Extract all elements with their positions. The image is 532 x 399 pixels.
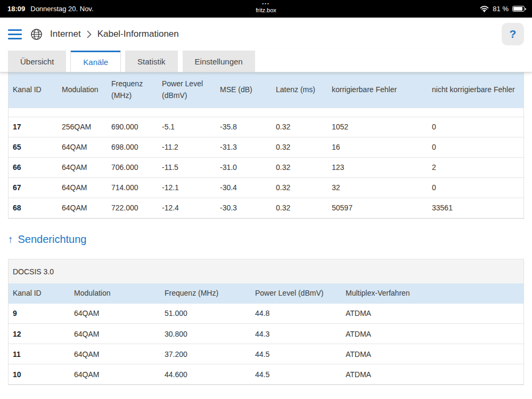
table-cell: 64QAM <box>70 304 160 324</box>
senderichtung-heading: ↑ Senderichtung <box>8 233 524 246</box>
table-row: 6664QAM706.000-11.5-31.00.321232 <box>9 157 523 177</box>
table-cell: 0.32 <box>272 157 328 177</box>
table-cell: -5.1 <box>158 117 216 137</box>
table-cell: 64QAM <box>58 157 107 177</box>
column-header: Multiplex-Verfahren <box>341 283 523 304</box>
partially-scrolled-row <box>9 108 523 117</box>
upstream-table-wrap: DOCSIS 3.0 Kanal IDModulationFrequenz (M… <box>8 259 524 386</box>
table-cell: -31.3 <box>216 137 272 157</box>
table-cell: 68 <box>9 198 58 218</box>
help-button[interactable]: ? <box>502 23 524 45</box>
battery-icon <box>512 6 525 12</box>
table-cell: 722.000 <box>107 198 158 218</box>
page-title: Kabel-Informationen <box>97 29 179 39</box>
header-row: Kanal IDModulationFrequenz (MHz)Power Le… <box>9 283 523 304</box>
table-cell: 2 <box>428 157 523 177</box>
breadcrumb: Internet Kabel-Informationen <box>50 29 179 39</box>
column-header: Power Level (dBmV) <box>158 72 216 108</box>
status-right: 81 % <box>480 5 525 13</box>
table-cell: 44.3 <box>251 324 341 344</box>
tab-einstellungen[interactable]: Einstellungen <box>183 51 255 72</box>
table-cell: 32 <box>328 177 428 198</box>
table-cell: -11.5 <box>158 157 216 177</box>
table-cell: 64QAM <box>58 137 107 157</box>
table-row: 1064QAM44.60044.5ATDMA <box>9 364 523 385</box>
app-header: Internet Kabel-Informationen ? <box>0 18 532 51</box>
table-cell: 0.32 <box>272 137 328 157</box>
table-cell: 64QAM <box>70 344 160 364</box>
table-cell: 64QAM <box>58 177 107 198</box>
table-cell: 64QAM <box>70 324 160 344</box>
table-cell: 698.000 <box>107 137 158 157</box>
table-row: 17256QAM690.000-5.1-35.80.3210520 <box>9 117 523 137</box>
battery-percent: 81 % <box>493 5 509 13</box>
up-arrow-icon: ↑ <box>8 234 13 245</box>
status-hostname: fritz.box <box>256 7 276 13</box>
chevron-right-icon <box>87 30 92 38</box>
downstream-table: Kanal IDModulationFrequenz (MHz)Power Le… <box>9 72 523 218</box>
table-cell: 714.000 <box>107 177 158 198</box>
tab-statistik[interactable]: Statistik <box>125 51 178 72</box>
tab-kanaele[interactable]: Kanäle <box>71 51 120 72</box>
table-cell: 9 <box>9 304 70 324</box>
table-cell: -12.4 <box>158 198 216 218</box>
table-cell: 30.800 <box>160 324 251 344</box>
table-cell: -30.4 <box>216 177 272 198</box>
table-cell: 0.32 <box>272 117 328 137</box>
column-header: Power Level (dBmV) <box>251 283 341 304</box>
table-cell: -35.8 <box>216 117 272 137</box>
globe-icon <box>30 28 43 40</box>
table-cell: 0 <box>428 117 523 137</box>
status-center: ••• fritz.box <box>256 2 276 13</box>
header-row: Kanal IDModulationFrequenz (MHz)Power Le… <box>9 72 523 108</box>
column-header: korrigierbare Fehler <box>328 72 428 108</box>
table-cell: 44.8 <box>251 304 341 324</box>
status-time: 18:09 <box>7 5 25 13</box>
table-cell: 44.5 <box>251 364 341 385</box>
column-header: MSE (dB) <box>216 72 272 108</box>
table-cell: 690.000 <box>107 117 158 137</box>
table-cell: 67 <box>9 177 58 198</box>
table-cell: 51.000 <box>160 304 251 324</box>
table-cell: 66 <box>9 157 58 177</box>
menu-icon[interactable] <box>8 29 22 39</box>
table-cell: 123 <box>328 157 428 177</box>
column-header: Modulation <box>58 72 107 108</box>
multitask-dots-icon: ••• <box>256 2 276 6</box>
column-header: Frequenz (MHz) <box>160 283 251 304</box>
column-header: Kanal ID <box>9 72 58 108</box>
table-cell: 44.5 <box>251 344 341 364</box>
tab-uebersicht[interactable]: Übersicht <box>8 51 66 72</box>
table-row: 1164QAM37.20044.5ATDMA <box>9 344 523 364</box>
docsis-caption: DOCSIS 3.0 <box>9 259 523 283</box>
downstream-table-wrap: Kanal IDModulationFrequenz (MHz)Power Le… <box>8 72 524 219</box>
table-cell: 44.600 <box>160 364 251 385</box>
table-cell: 0 <box>428 137 523 157</box>
table-cell: ATDMA <box>341 364 523 385</box>
status-date: Donnerstag 20. Nov. <box>30 5 93 13</box>
table-cell: 37.200 <box>160 344 251 364</box>
table-cell: 706.000 <box>107 157 158 177</box>
column-header: Latenz (ms) <box>272 72 328 108</box>
table-cell: 0 <box>428 177 523 198</box>
tab-bar: Übersicht Kanäle Statistik Einstellungen <box>0 51 532 72</box>
table-cell: 64QAM <box>70 364 160 385</box>
table-cell: 256QAM <box>58 117 107 137</box>
upstream-table: Kanal IDModulationFrequenz (MHz)Power Le… <box>9 283 523 385</box>
table-cell: -12.1 <box>158 177 216 198</box>
table-cell: 33561 <box>428 198 523 218</box>
table-cell: 12 <box>9 324 70 344</box>
table-cell: 10 <box>9 364 70 385</box>
table-cell: 11 <box>9 344 70 364</box>
column-header: Kanal ID <box>9 283 70 304</box>
table-cell: 17 <box>9 117 58 137</box>
status-left: 18:09 Donnerstag 20. Nov. <box>7 5 94 13</box>
table-row: 6864QAM722.000-12.4-30.30.325059733561 <box>9 198 523 218</box>
table-cell: -11.2 <box>158 137 216 157</box>
table-cell: 65 <box>9 137 58 157</box>
table-cell: 1052 <box>328 117 428 137</box>
wifi-icon <box>480 5 489 12</box>
breadcrumb-internet[interactable]: Internet <box>50 29 81 39</box>
table-cell: 50597 <box>328 198 428 218</box>
table-row: 1264QAM30.80044.3ATDMA <box>9 324 523 344</box>
